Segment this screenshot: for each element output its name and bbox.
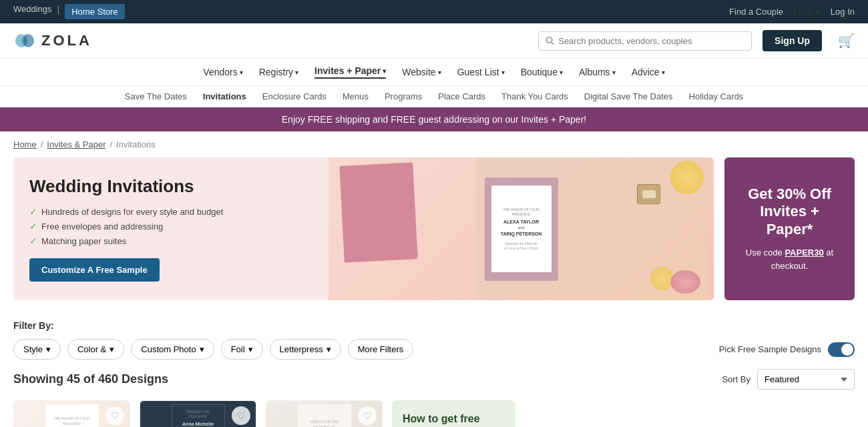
breadcrumb-current: Invitations	[116, 139, 156, 149]
hero-image: THE HONOR OF YOUR PRESENCE ALEXA TAYLOR …	[329, 157, 714, 300]
chevron-down-icon: ▾	[240, 69, 243, 76]
favorite-button[interactable]: ♡	[105, 406, 124, 425]
product-image: THE HONOR OF YOUR PRESENCE ALEXA TAYLOR …	[14, 401, 130, 427]
sub-nav: Save The Dates Invitations Enclosure Car…	[0, 86, 868, 107]
subnav-thank-you-cards[interactable]: Thank You Cards	[501, 91, 568, 101]
invitation-thumbnail: THE HONOR OF YOUR PRESENCE ALEXA TAYLOR …	[45, 404, 99, 427]
chevron-down-icon: ▾	[438, 69, 441, 76]
check-icon: ✓	[29, 221, 37, 232]
breadcrumb: Home / Invites & Paper / Invitations	[0, 131, 868, 157]
filter-custom-photo[interactable]: Custom Photo ▾	[131, 339, 214, 360]
cart-icon[interactable]: 🛒	[838, 33, 855, 49]
invitation-thumbnail: REQUEST THE PLEASURE Anna Michelle Craft…	[172, 404, 225, 427]
subnav-programs[interactable]: Programs	[385, 91, 422, 101]
subnav-digital-save-the-dates[interactable]: Digital Save The Dates	[584, 91, 673, 101]
chevron-down-icon: ▾	[662, 69, 665, 76]
signup-button[interactable]: Sign Up	[763, 30, 822, 51]
nav-registry[interactable]: Registry▾	[259, 67, 298, 77]
filter-color[interactable]: Color & ▾	[67, 339, 124, 360]
results-count: Showing 45 of 460 Designs	[13, 372, 168, 386]
chevron-down-icon: ▾	[383, 67, 386, 75]
subnav-invitations[interactable]: Invitations	[203, 91, 246, 101]
chevron-down-icon: ▾	[248, 344, 253, 354]
product-grid: THE HONOR OF YOUR PRESENCE ALEXA TAYLOR …	[13, 400, 855, 427]
free-sample-toggle[interactable]: ✕	[828, 342, 855, 357]
how-to-title: How to get free personalized samples:	[403, 412, 505, 427]
search-icon	[546, 36, 554, 45]
nav-advice[interactable]: Advice▾	[632, 67, 665, 77]
invitation-preview-card: THE HONOR OF YOUR PRESENCE ALEXA TAYLOR …	[491, 185, 552, 272]
hero-banner: Wedding Invitations ✓ Hundreds of design…	[13, 157, 714, 300]
product-card[interactable]: THE HONOR OF YOUR PRESENCE ALEXA TAYLOR …	[13, 400, 130, 427]
free-sample-toggle-row: Pick Free Sample Designs ✕	[719, 342, 855, 357]
chevron-down-icon: ▾	[501, 69, 505, 76]
sort-select[interactable]: Featured Most Popular Newest Price: Low …	[757, 369, 855, 390]
sort-row: Sort By Featured Most Popular Newest Pri…	[722, 369, 855, 390]
chevron-down-icon: ▾	[612, 69, 616, 76]
how-to-card: How to get free personalized samples: 1 …	[392, 400, 515, 427]
hero-text: Wedding Invitations ✓ Hundreds of design…	[13, 157, 329, 300]
free-sample-label: Pick Free Sample Designs	[719, 344, 821, 354]
check-icon: ✓	[29, 236, 37, 246]
help-link[interactable]: Help ▾	[794, 7, 820, 17]
subnav-menus[interactable]: Menus	[343, 91, 369, 101]
subnav-holiday-cards[interactable]: Holiday Cards	[689, 91, 744, 101]
check-icon: ✓	[29, 206, 37, 217]
subnav-save-the-dates[interactable]: Save The Dates	[125, 91, 187, 101]
customize-sample-button[interactable]: Customize A Free Sample	[29, 258, 160, 282]
hero-checks: ✓ Hundreds of designs for every style an…	[29, 206, 312, 246]
chevron-down-icon: ▾	[560, 69, 563, 76]
chevron-down-icon: ▾	[295, 69, 298, 76]
filter-section: Filter By: Style ▾ Color & ▾ Custom Phot…	[0, 314, 868, 369]
promo-banner: Enjoy FREE shipping and FREE guest addre…	[0, 107, 868, 131]
subnav-place-cards[interactable]: Place Cards	[438, 91, 485, 101]
nav-guest-list[interactable]: Guest List▾	[457, 67, 505, 77]
find-couple-link[interactable]: Find a Couple	[729, 7, 783, 17]
nav-albums[interactable]: Albums▾	[579, 67, 616, 77]
breadcrumb-home[interactable]: Home	[13, 139, 37, 149]
main-nav: Vendors▾ Registry▾ Invites + Paper▾ Webs…	[0, 59, 868, 86]
filter-label: Filter By:	[13, 320, 855, 331]
chevron-down-icon: ▾	[815, 7, 820, 17]
toggle-x-icon: ✕	[847, 346, 852, 353]
filter-row: Style ▾ Color & ▾ Custom Photo ▾ Foil ▾ …	[13, 339, 855, 360]
invitation-thumbnail: JOIN US FOR THE WEDDING OF Emily Jameson…	[298, 404, 351, 427]
sort-label: Sort By	[722, 374, 750, 384]
favorite-button[interactable]: ♡	[358, 406, 377, 425]
chevron-down-icon: ▾	[327, 344, 331, 354]
promo-body: Use code PAPER30 at checkout.	[738, 246, 841, 272]
product-image: REQUEST THE PLEASURE Anna Michelle Craft…	[140, 401, 256, 427]
favorite-button[interactable]: ♡	[232, 406, 250, 425]
hero-check-3: ✓ Matching paper suites	[29, 236, 312, 246]
hero-section: Wedding Invitations ✓ Hundreds of design…	[13, 157, 855, 300]
subnav-enclosure-cards[interactable]: Enclosure Cards	[262, 91, 327, 101]
product-card[interactable]: JOIN US FOR THE WEDDING OF Emily Jameson…	[266, 400, 383, 427]
chevron-down-icon: ▾	[46, 344, 51, 354]
more-filters-button[interactable]: More Filters	[348, 339, 414, 360]
weddings-link[interactable]: Weddings	[13, 4, 52, 19]
search-bar[interactable]	[538, 31, 752, 51]
breadcrumb-separator: /	[41, 139, 43, 149]
nav-invites-paper[interactable]: Invites + Paper▾	[314, 65, 386, 79]
results-section: Showing 45 of 460 Designs Sort By Featur…	[0, 369, 868, 427]
chevron-down-icon: ▾	[200, 344, 204, 354]
nav-boutique[interactable]: Boutique▾	[521, 67, 563, 77]
chevron-down-icon: ▾	[110, 344, 114, 354]
logo[interactable]: ZOLA	[13, 31, 92, 50]
breadcrumb-invites-paper[interactable]: Invites & Paper	[47, 139, 105, 149]
top-bar: Weddings | Home Store Find a Couple Help…	[0, 0, 868, 23]
filter-letterpress[interactable]: Letterpress ▾	[270, 339, 341, 360]
breadcrumb-separator: /	[110, 139, 112, 149]
nav-vendors[interactable]: Vendors▾	[203, 67, 242, 77]
product-card[interactable]: REQUEST THE PLEASURE Anna Michelle Craft…	[140, 400, 256, 427]
home-store-link[interactable]: Home Store	[65, 4, 124, 19]
nav-website[interactable]: Website▾	[402, 67, 441, 77]
search-input[interactable]	[558, 36, 744, 46]
results-header: Showing 45 of 460 Designs Sort By Featur…	[13, 369, 855, 390]
filter-style[interactable]: Style ▾	[13, 339, 61, 360]
top-bar-left: Weddings | Home Store	[13, 4, 125, 19]
logo-icon	[13, 31, 37, 50]
hero-title: Wedding Invitations	[29, 176, 312, 197]
login-link[interactable]: Log In	[831, 7, 855, 17]
filter-foil[interactable]: Foil ▾	[221, 339, 263, 360]
